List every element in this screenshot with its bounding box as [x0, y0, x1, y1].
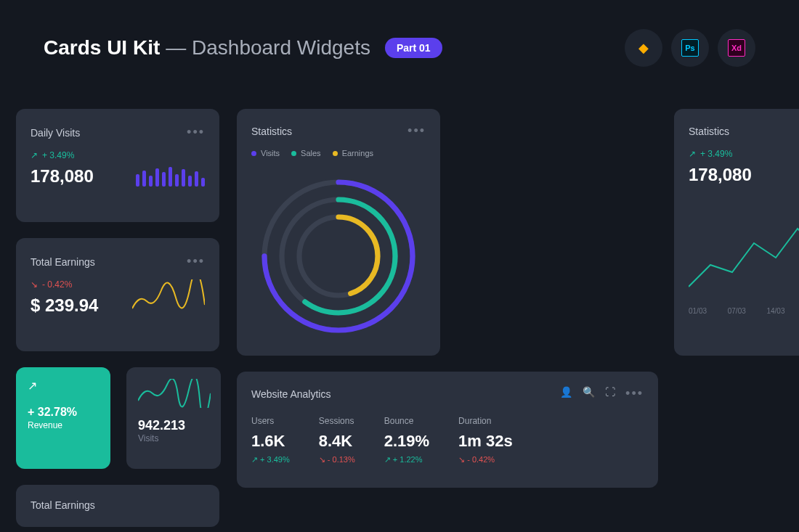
- card-title: Total Earnings: [31, 499, 95, 511]
- part-badge: Part 01: [385, 38, 442, 58]
- metric-users: Users1.6K↗ + 3.49%: [251, 416, 290, 465]
- daily-visits-card: Daily Visits ••• ↗+ 3.49% 178,080: [16, 109, 219, 222]
- total-earnings-card: Total Earnings ••• ↘- 0.42% $ 239.94: [16, 238, 219, 351]
- header: Cards UI Kit — Dashboard Widgets Part 01…: [0, 0, 799, 89]
- metric-bounce: Bounce2.19%↗ + 1.22%: [384, 416, 429, 465]
- line-chart: [689, 200, 799, 301]
- visits-mini-card[interactable]: 942.213 Visits: [126, 367, 221, 469]
- sparkline: [132, 279, 205, 316]
- xd-icon[interactable]: Xd: [718, 29, 755, 67]
- arrow-up-icon: ↗: [689, 149, 696, 159]
- sketch-icon[interactable]: ◆: [625, 29, 662, 67]
- statistics-line-card: Statistics ••• ↗+ 3.49% 178,080 01/0307/…: [674, 109, 799, 356]
- arrow-down-icon: ↘: [319, 455, 325, 464]
- trend-down: ↘- 0.42%: [31, 279, 98, 290]
- card-title: Daily Visits: [31, 127, 80, 139]
- bar-chart: [136, 150, 205, 187]
- more-icon[interactable]: •••: [187, 125, 205, 140]
- statistics-rings-card: Statistics ••• Visits Sales Earnings: [237, 109, 440, 356]
- search-icon[interactable]: 🔍: [583, 386, 595, 401]
- value: 178,080: [689, 165, 799, 185]
- trend-up: ↗+ 3.49%: [31, 150, 94, 160]
- label: Visits: [138, 433, 209, 443]
- arrow-up-icon: ↗: [31, 150, 38, 160]
- expand-icon[interactable]: ⛶: [605, 386, 615, 401]
- label: Revenue: [28, 420, 99, 430]
- more-icon[interactable]: •••: [187, 254, 205, 269]
- arrow-down-icon: ↘: [458, 455, 465, 464]
- metric-sessions: Sessions8.4K↘ - 0.13%: [319, 416, 355, 465]
- revenue-card[interactable]: ↗ + 32.78% Revenue: [16, 367, 110, 469]
- trend-up: ↗+ 3.49%: [689, 149, 799, 159]
- legend: Visits Sales Earnings: [251, 149, 426, 157]
- x-axis-labels: 01/0307/0314/0321/0328/03: [689, 307, 799, 315]
- arrow-down-icon: ↘: [31, 279, 38, 290]
- card-title: Statistics: [251, 126, 292, 137]
- value: 178,080: [31, 166, 94, 187]
- metric-duration: Duration1m 32s↘ - 0.42%: [458, 416, 513, 465]
- value: $ 239.94: [31, 295, 98, 316]
- value: 942.213: [138, 418, 209, 433]
- arrow-up-icon: ↗: [28, 379, 99, 393]
- pct: + 32.78%: [28, 406, 99, 419]
- arrow-up-icon: ↗: [384, 455, 391, 464]
- user-icon[interactable]: 👤: [560, 386, 572, 401]
- sparkline: [138, 379, 211, 408]
- metrics-row: Users1.6K↗ + 3.49% Sessions8.4K↘ - 0.13%…: [251, 416, 644, 465]
- more-icon[interactable]: •••: [407, 123, 426, 139]
- arrow-up-icon: ↗: [251, 455, 258, 464]
- ring-chart: [251, 169, 426, 343]
- total-earnings-card-2: Total Earnings: [16, 485, 219, 527]
- more-icon[interactable]: •••: [625, 386, 644, 401]
- card-title: Website Analytics: [251, 388, 330, 400]
- photoshop-icon[interactable]: Ps: [671, 29, 709, 67]
- title-bold: Cards UI Kit: [44, 36, 160, 60]
- title-light: — Dashboard Widgets: [166, 36, 370, 60]
- tool-icons: ◆ Ps Xd: [625, 29, 755, 67]
- card-title: Statistics: [689, 126, 729, 137]
- card-title: Total Earnings: [31, 256, 95, 268]
- website-analytics-card: Website Analytics 👤 🔍 ⛶ ••• Users1.6K↗ +…: [237, 372, 658, 488]
